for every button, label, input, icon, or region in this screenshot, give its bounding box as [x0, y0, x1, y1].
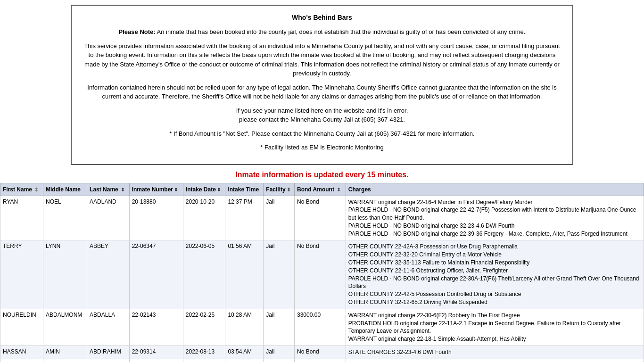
cell-last-name: ABBEY	[87, 240, 130, 309]
cell-intake-date: 2022-02-25	[183, 309, 225, 346]
sort-intake-date-icon: ⇕	[217, 187, 221, 192]
cell-first-name: NOURELDIN	[0, 309, 43, 346]
cell-intake-time: 12:37 PM	[225, 196, 264, 240]
table-row: TERRYLYNNABBEY22-063472022-06-0501:56 AM…	[0, 240, 644, 309]
notice-paragraph3: Information contained herein should not …	[81, 83, 563, 101]
cell-inmate-number: 22-09314	[129, 346, 183, 359]
cell-intake-time: 09:53 PM	[225, 359, 264, 362]
sort-last-name-icon: ⇕	[121, 187, 124, 192]
cell-facility: Jail	[264, 359, 295, 362]
notice-paragraph2: This service provides information associ…	[81, 41, 563, 78]
table-header-row: First Name ⇕ Middle Name Last Name ⇕ Inm…	[0, 183, 644, 196]
cell-first-name: TERRY	[0, 240, 43, 309]
cell-inmate-number: 22-08192	[129, 359, 183, 362]
notice-bold: Please Note:	[119, 28, 156, 35]
cell-middle-name: PAWLOS	[43, 359, 87, 362]
table-row: NOURELDINABDALMONMABDALLA22-021432022-02…	[0, 309, 644, 346]
cell-intake-date: 2022-06-05	[183, 240, 225, 309]
cell-last-name: AADLAND	[87, 196, 130, 240]
col-last-name[interactable]: Last Name ⇕	[87, 183, 130, 196]
inmate-table: First Name ⇕ Middle Name Last Name ⇕ Inm…	[0, 183, 644, 362]
update-notice: Inmate information is updated every 15 m…	[0, 171, 644, 179]
cell-charges: OTHER COUNTY 22-42A-3 Possession or Use …	[346, 240, 644, 309]
cell-bond-amount: 33000.00	[295, 309, 346, 346]
cell-last-name: ABDIRAHIM	[87, 346, 130, 359]
cell-middle-name: NOEL	[43, 196, 87, 240]
notice-paragraph4: If you see your name listed here on the …	[81, 106, 563, 124]
cell-facility: Jail	[264, 196, 295, 240]
notice-paragraph1-rest: An inmate that has been booked into the …	[156, 28, 526, 35]
notice-title: Who's Behind Bars	[81, 13, 563, 23]
cell-bond-amount: 5000.00	[295, 359, 346, 362]
col-intake-date[interactable]: Intake Date⇕	[183, 183, 225, 196]
notice-box: Who's Behind Bars Please Note: An inmate…	[71, 5, 573, 165]
cell-intake-time: 10:28 AM	[225, 309, 264, 346]
cell-charges: STATE CHARGES 22-18-1.1 Aggravated Assau…	[346, 359, 644, 362]
sort-bond-amount-icon: ⇕	[337, 187, 340, 192]
table-row: AYNOMPAWLOSABREHA22-081922022-07-1809:53…	[0, 359, 644, 362]
col-first-name[interactable]: First Name ⇕	[0, 183, 43, 196]
cell-first-name: AYNOM	[0, 359, 43, 362]
cell-intake-date: 2022-07-18	[183, 359, 225, 362]
cell-inmate-number: 22-02143	[129, 309, 183, 346]
sort-inmate-number-icon: ⇕	[174, 187, 178, 192]
cell-facility: Jail	[264, 346, 295, 359]
col-bond-amount[interactable]: Bond Amount ⇕	[295, 183, 346, 196]
table-header: First Name ⇕ Middle Name Last Name ⇕ Inm…	[0, 183, 644, 196]
cell-intake-time: 03:54 AM	[225, 346, 264, 359]
cell-first-name: HASSAN	[0, 346, 43, 359]
cell-bond-amount: No Bond	[295, 240, 346, 309]
sort-first-name-icon: ⇕	[34, 187, 38, 192]
cell-intake-date: 2020-10-20	[183, 196, 225, 240]
cell-last-name: ABDALLA	[87, 309, 130, 346]
cell-charges: STATE CHARGES 32-23-4.6 DWI Fourth	[346, 346, 644, 359]
cell-bond-amount: No Bond	[295, 196, 346, 240]
cell-middle-name: ABDALMONM	[43, 309, 87, 346]
notice-paragraph6: * Facility listed as EM is Electronic Mo…	[81, 143, 563, 152]
col-intake-time: Intake Time	[225, 183, 264, 196]
cell-inmate-number: 22-06347	[129, 240, 183, 309]
table-body: RYANNOELAADLAND20-138802020-10-2012:37 P…	[0, 196, 644, 362]
notice-paragraph5: * If Bond Amount is "Not Set". Please co…	[81, 129, 563, 139]
table-row: HASSANAMINABDIRAHIM22-093142022-08-1303:…	[0, 346, 644, 359]
cell-intake-date: 2022-08-13	[183, 346, 225, 359]
table-row: RYANNOELAADLAND20-138802020-10-2012:37 P…	[0, 196, 644, 240]
cell-facility: Jail	[264, 309, 295, 346]
col-facility[interactable]: Facility⇕	[264, 183, 295, 196]
cell-last-name: ABREHA	[87, 359, 130, 362]
cell-first-name: RYAN	[0, 196, 43, 240]
cell-intake-time: 01:56 AM	[225, 240, 264, 309]
col-middle-name: Middle Name	[43, 183, 87, 196]
col-charges: Charges	[346, 183, 644, 196]
cell-middle-name: AMIN	[43, 346, 87, 359]
cell-charges: WARRANT original charge 22-30-6(F2) Robb…	[346, 309, 644, 346]
cell-charges: WARRANT original charge 22-16-4 Murder i…	[346, 196, 644, 240]
sort-facility-icon: ⇕	[287, 187, 290, 192]
cell-bond-amount: No Bond	[295, 346, 346, 359]
cell-middle-name: LYNN	[43, 240, 87, 309]
cell-inmate-number: 20-13880	[129, 196, 183, 240]
notice-paragraph1: Please Note: An inmate that has been boo…	[81, 27, 563, 37]
col-inmate-number[interactable]: Inmate Number⇕	[129, 183, 183, 196]
cell-facility: Jail	[264, 240, 295, 309]
